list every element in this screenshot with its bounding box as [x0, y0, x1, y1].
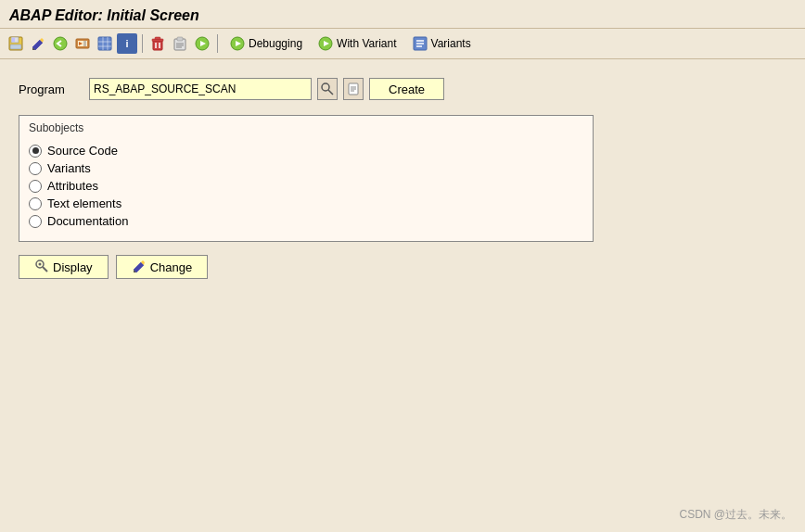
display-icon [34, 259, 49, 276]
change-button[interactable]: Change [116, 255, 209, 279]
forward-icon[interactable] [72, 33, 93, 54]
with-variant-button[interactable]: With Variant [311, 32, 402, 55]
watermark: CSDN @过去。未来。 [679, 507, 792, 523]
radio-row-documentation: Documentation [29, 214, 583, 228]
subobjects-box: Subobjects Source Code Variants Attribut… [19, 115, 594, 242]
toolbar: i Debug [0, 29, 805, 59]
radio-label-text-elements[interactable]: Text elements [47, 196, 121, 210]
svg-rect-15 [153, 41, 162, 50]
svg-point-32 [322, 83, 329, 91]
debugging-icon [229, 35, 246, 52]
page-title: ABAP Editor: Initial Screen [9, 7, 796, 24]
program-label: Program [19, 82, 83, 96]
create-button[interactable]: Create [369, 78, 444, 100]
svg-point-4 [54, 37, 67, 50]
display-label: Display [53, 260, 93, 274]
radio-text-elements[interactable] [29, 197, 42, 210]
bottom-buttons: Display Change [19, 255, 786, 279]
radio-variants[interactable] [29, 162, 42, 175]
variants-icon [412, 35, 428, 52]
radio-row-text-elements: Text elements [29, 196, 583, 210]
display-button[interactable]: Display [19, 255, 109, 279]
save-icon[interactable] [6, 33, 26, 54]
clipboard-icon[interactable] [170, 33, 190, 54]
variants-label: Variants [431, 37, 471, 50]
back-icon[interactable] [50, 33, 70, 54]
svg-point-39 [39, 262, 42, 265]
run-icon[interactable] [192, 33, 212, 54]
grid-icon[interactable] [95, 33, 115, 54]
with-variant-label: With Variant [337, 37, 396, 50]
program-input[interactable] [89, 78, 312, 100]
radio-row-attributes: Attributes [29, 179, 583, 193]
debugging-label: Debugging [249, 37, 302, 50]
toolbar-separator-2 [217, 34, 218, 53]
svg-rect-21 [177, 37, 183, 41]
radio-documentation[interactable] [29, 215, 42, 228]
info-icon[interactable]: i [117, 33, 137, 54]
variants-button[interactable]: Variants [405, 32, 478, 55]
search-button[interactable] [317, 78, 338, 100]
edit-pencil-icon[interactable] [28, 33, 48, 54]
svg-rect-19 [155, 37, 160, 40]
radio-source-code[interactable] [29, 145, 42, 158]
radio-label-documentation[interactable]: Documentation [47, 214, 128, 228]
document-button[interactable] [343, 78, 364, 100]
delete-icon[interactable] [147, 33, 168, 54]
subobjects-title: Subobjects [29, 121, 583, 136]
radio-label-attributes[interactable]: Attributes [47, 179, 98, 193]
radio-row-variants: Variants [29, 161, 583, 175]
radio-label-source-code[interactable]: Source Code [47, 144, 118, 158]
toolbar-separator-1 [142, 34, 143, 53]
radio-label-variants[interactable]: Variants [47, 161, 91, 175]
program-row: Program Create [19, 78, 786, 100]
with-variant-icon [317, 35, 334, 52]
svg-line-40 [43, 267, 47, 272]
radio-row-source-code: Source Code [29, 144, 583, 158]
title-bar: ABAP Editor: Initial Screen [0, 0, 805, 29]
svg-rect-10 [98, 37, 111, 50]
debugging-button[interactable]: Debugging [223, 32, 309, 55]
change-icon [132, 259, 147, 276]
svg-rect-3 [10, 44, 21, 49]
svg-line-33 [328, 90, 333, 95]
svg-rect-2 [12, 38, 15, 42]
main-content: Program Create Subobjects Source Code [0, 59, 805, 288]
change-label: Change [150, 260, 193, 274]
radio-attributes[interactable] [29, 180, 42, 193]
